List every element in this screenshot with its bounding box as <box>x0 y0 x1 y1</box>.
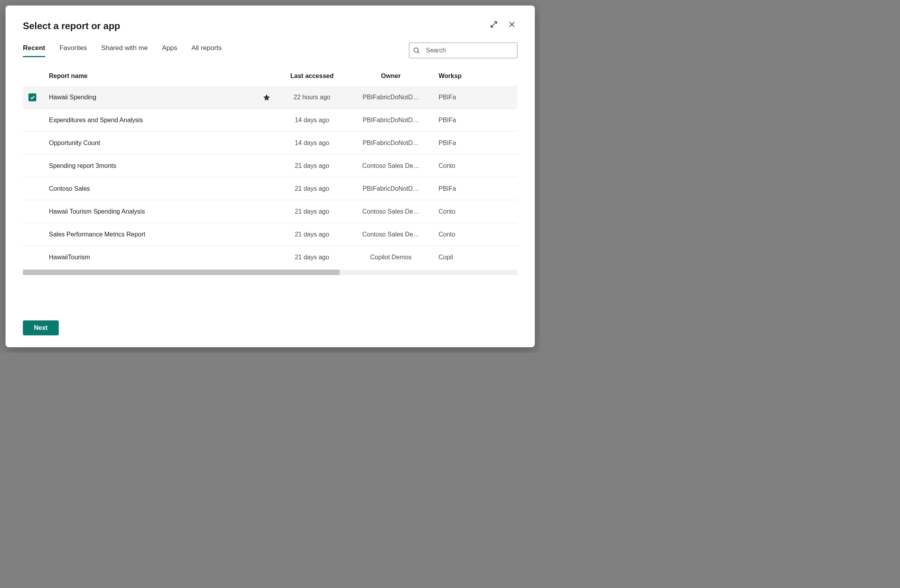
report-name: Contoso Sales <box>42 185 259 192</box>
checkmark-icon <box>30 95 35 100</box>
modal-header: Select a report or app <box>23 20 517 32</box>
workspace: Copil <box>432 254 464 261</box>
table-header: Report name Last accessed Owner Worksp <box>23 66 517 86</box>
workspace: PBIFa <box>432 94 464 101</box>
last-accessed: 21 days ago <box>274 254 349 261</box>
last-accessed: 14 days ago <box>274 140 349 147</box>
report-name: Spending report 3monts <box>42 162 259 169</box>
table-row[interactable]: HawaiiTourism 21 days ago Copilot Demos … <box>23 246 517 269</box>
workspace: Conto <box>432 162 464 169</box>
last-accessed: 22 hours ago <box>274 94 349 101</box>
owner: PBIFabricDoNotD… <box>349 140 432 147</box>
row-checkbox[interactable] <box>28 93 36 101</box>
table-row[interactable]: Spending report 3monts 21 days ago Conto… <box>23 154 517 177</box>
workspace: Conto <box>432 208 464 215</box>
owner: Contoso Sales De… <box>349 162 432 169</box>
last-accessed: 21 days ago <box>274 208 349 215</box>
owner: PBIFabricDoNotD… <box>349 94 432 101</box>
last-accessed: 21 days ago <box>274 231 349 238</box>
tab-favorites[interactable]: Favorites <box>60 44 87 57</box>
svg-point-0 <box>414 48 418 52</box>
col-header-owner[interactable]: Owner <box>349 73 432 80</box>
select-report-modal: Select a report or app Recent Favorites … <box>6 6 535 347</box>
expand-icon <box>490 21 497 28</box>
tabs: Recent Favorites Shared with me Apps All… <box>23 44 222 57</box>
table-row[interactable]: Expenditures and Spend Analysis 14 days … <box>23 109 517 132</box>
last-accessed: 14 days ago <box>274 117 349 124</box>
report-table: Report name Last accessed Owner Worksp H… <box>23 66 517 312</box>
owner: PBIFabricDoNotD… <box>349 185 432 192</box>
workspace: PBIFa <box>432 185 464 192</box>
close-icon <box>509 21 515 28</box>
report-name: HawaiiTourism <box>42 254 259 261</box>
table-row[interactable]: Opportunity Count 14 days ago PBIFabricD… <box>23 132 517 154</box>
star-icon[interactable] <box>263 93 271 101</box>
tabs-row: Recent Favorites Shared with me Apps All… <box>23 43 517 58</box>
owner: Contoso Sales De… <box>349 231 432 238</box>
owner: Copilot Demos <box>349 254 432 261</box>
workspace: Conto <box>432 231 464 238</box>
table-row[interactable]: Hawaii Tourism Spending Analysis 21 days… <box>23 200 517 223</box>
col-header-workspace[interactable]: Worksp <box>432 73 464 80</box>
table-row[interactable]: Hawaii Spending 22 hours ago PBIFabricDo… <box>23 86 517 109</box>
page-title: Select a report or app <box>23 20 120 32</box>
next-button[interactable]: Next <box>23 320 59 335</box>
tab-all-reports[interactable]: All reports <box>191 44 222 57</box>
header-actions <box>488 19 517 30</box>
last-accessed: 21 days ago <box>274 185 349 192</box>
report-name: Opportunity Count <box>42 140 259 147</box>
owner: Contoso Sales De… <box>349 208 432 215</box>
modal-footer: Next <box>23 320 517 335</box>
table-row[interactable]: Sales Performance Metrics Report 21 days… <box>23 223 517 246</box>
tab-apps[interactable]: Apps <box>162 44 177 57</box>
col-header-name[interactable]: Report name <box>42 73 259 80</box>
search-box[interactable] <box>409 43 517 58</box>
table-row[interactable]: Contoso Sales 21 days ago PBIFabricDoNot… <box>23 177 517 200</box>
report-name: Sales Performance Metrics Report <box>42 231 259 238</box>
last-accessed: 21 days ago <box>274 162 349 169</box>
workspace: PBIFa <box>432 140 464 147</box>
expand-button[interactable] <box>488 19 499 30</box>
scrollbar-thumb[interactable] <box>23 270 340 275</box>
report-name: Expenditures and Spend Analysis <box>42 117 259 124</box>
report-name: Hawaii Spending <box>42 94 259 101</box>
owner: PBIFabricDoNotD… <box>349 117 432 124</box>
search-icon <box>413 47 420 54</box>
close-button[interactable] <box>506 19 517 30</box>
search-input[interactable] <box>426 47 513 54</box>
tab-shared-with-me[interactable]: Shared with me <box>101 44 148 57</box>
col-header-access[interactable]: Last accessed <box>274 73 349 80</box>
report-name: Hawaii Tourism Spending Analysis <box>42 208 259 215</box>
tab-recent[interactable]: Recent <box>23 44 45 57</box>
horizontal-scrollbar[interactable] <box>23 270 517 275</box>
workspace: PBIFa <box>432 117 464 124</box>
